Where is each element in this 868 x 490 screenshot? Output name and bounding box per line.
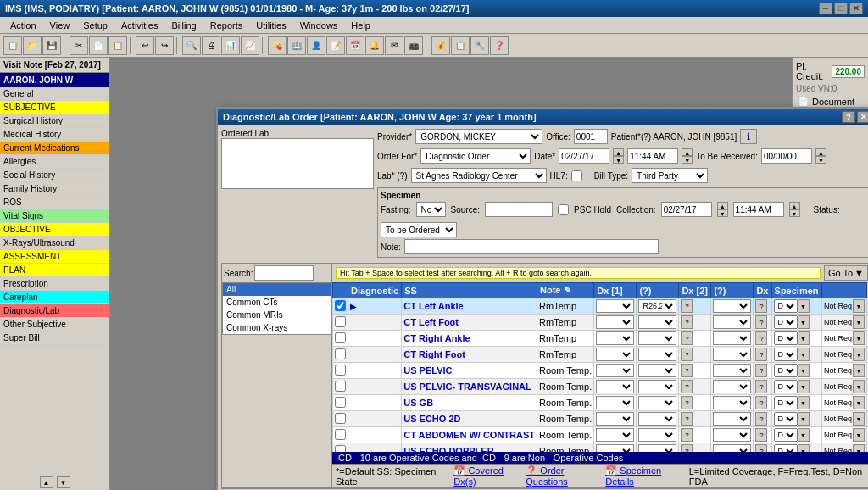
dx1-question-btn[interactable]: ?: [681, 396, 693, 409]
coll-time-down[interactable]: ▼: [789, 209, 800, 217]
row-checkbox[interactable]: [335, 413, 346, 424]
row-checkbox[interactable]: [335, 300, 346, 311]
tb-btn-4[interactable]: ✂: [70, 36, 88, 55]
coll-down[interactable]: ▼: [717, 209, 728, 217]
menu-windows[interactable]: Windows: [293, 19, 345, 32]
dx2-question-btn[interactable]: ?: [755, 428, 767, 442]
note-select[interactable]: [596, 299, 634, 313]
dx1-question-btn[interactable]: ?: [681, 331, 693, 345]
dx-btn[interactable]: ▼: [798, 364, 810, 377]
tb-btn-1[interactable]: 📋: [3, 36, 22, 55]
row-dx2-question[interactable]: ?: [754, 331, 771, 347]
tb-btn-19[interactable]: ✉: [385, 36, 403, 55]
tb-btn-14[interactable]: 🏥: [287, 36, 306, 55]
nav-current-medications[interactable]: Current Medications: [0, 142, 109, 155]
template-common-mris[interactable]: Common MRIs: [223, 309, 331, 321]
tb-btn-20[interactable]: 📠: [404, 36, 423, 55]
dx1-select[interactable]: [638, 331, 676, 345]
dx-btn[interactable]: ▼: [798, 412, 810, 426]
time-down[interactable]: ▼: [682, 156, 693, 164]
dx2-select[interactable]: [713, 348, 751, 361]
dx1-select[interactable]: [638, 428, 676, 442]
tb-btn-10[interactable]: 🖨: [202, 36, 220, 55]
dx-btn[interactable]: ▼: [798, 331, 810, 345]
dx1-question-btn[interactable]: ?: [681, 380, 693, 393]
menu-reports[interactable]: Reports: [203, 19, 250, 32]
row-dx2-question[interactable]: ?: [754, 298, 771, 315]
row-dx1-question[interactable]: ?: [679, 315, 711, 331]
dx-btn[interactable]: ▼: [798, 380, 810, 393]
minimize-button[interactable]: ─: [819, 3, 832, 14]
specimen-btn[interactable]: ▼: [853, 315, 865, 329]
row-dx1-question[interactable]: ?: [679, 363, 711, 379]
dx2-select[interactable]: [713, 331, 751, 345]
nav-social-history[interactable]: Social History: [0, 169, 109, 182]
dx1-question-btn[interactable]: ?: [681, 348, 693, 361]
nav-other-subjective[interactable]: Other Subjective: [0, 318, 109, 331]
row-checkbox[interactable]: [335, 348, 346, 359]
dx2-question-btn[interactable]: ?: [755, 348, 767, 361]
row-diagnostic-name[interactable]: US PELVIC: [402, 363, 537, 379]
row-diagnostic-name[interactable]: US ECHO DOPPLER: [402, 443, 537, 453]
dx2-question-btn[interactable]: ?: [755, 315, 767, 329]
dx-select[interactable]: D.: [774, 348, 798, 361]
dx1-question-btn[interactable]: ?: [681, 299, 693, 313]
tb-btn-2[interactable]: 📁: [23, 36, 42, 55]
diagnostic-link[interactable]: US ECHO DOPPLER: [403, 446, 493, 452]
dx1-question-btn[interactable]: ?: [681, 428, 693, 442]
menu-activities[interactable]: Activities: [114, 19, 164, 32]
dx-select[interactable]: D.: [774, 331, 798, 345]
row-dx2-question[interactable]: ?: [754, 347, 771, 363]
dx1-select[interactable]: [638, 396, 676, 409]
nav-diagnostic-lab[interactable]: Diagnostic/Lab: [0, 304, 109, 318]
dx1-question-btn[interactable]: ?: [681, 364, 693, 377]
row-dx1-question[interactable]: ?: [679, 443, 711, 453]
diagnostic-link[interactable]: US GB: [403, 398, 433, 408]
row-dx1-question[interactable]: ?: [679, 379, 711, 395]
nav-super-bill[interactable]: Super Bill: [0, 331, 109, 345]
template-common-cts[interactable]: Common CTs: [223, 296, 331, 309]
specimen-btn[interactable]: ▼: [853, 428, 865, 442]
dx2-select[interactable]: [713, 396, 751, 409]
goto-button[interactable]: Go To ▼: [824, 265, 868, 281]
dx2-select[interactable]: [713, 444, 751, 452]
sidebar-down-arrow[interactable]: ▼: [57, 476, 70, 488]
specimen-btn[interactable]: ▼: [853, 299, 865, 313]
row-dx1-question[interactable]: ?: [679, 331, 711, 347]
diagnostic-link[interactable]: US ECHO 2D: [403, 414, 460, 424]
dx1-select[interactable]: [638, 444, 676, 452]
row-checkbox[interactable]: [335, 381, 346, 392]
note-select[interactable]: [596, 428, 634, 442]
row-dx1-question[interactable]: ?: [679, 347, 711, 363]
diagnostic-link[interactable]: US PELVIC: [403, 365, 452, 376]
tb-btn-17[interactable]: 📅: [346, 36, 364, 55]
nav-prescription[interactable]: Prescription: [0, 277, 109, 291]
tb-btn-9[interactable]: 🔍: [182, 36, 201, 55]
dx1-select[interactable]: [638, 412, 676, 426]
specimen-btn[interactable]: ▼: [853, 396, 865, 409]
note-select[interactable]: [596, 348, 634, 361]
dx2-question-btn[interactable]: ?: [755, 299, 767, 313]
nav-subjective[interactable]: SUBJECTIVE: [0, 101, 109, 114]
dx-btn[interactable]: ▼: [798, 444, 810, 452]
tb-btn-22[interactable]: 📋: [451, 36, 470, 55]
menu-billing[interactable]: Billing: [164, 19, 203, 32]
nav-medical-history[interactable]: Medical History: [0, 128, 109, 142]
sidebar-up-arrow[interactable]: ▲: [40, 476, 53, 488]
bill-type-select[interactable]: Third Party: [632, 168, 708, 183]
dx1-question-btn[interactable]: ?: [681, 412, 693, 426]
recv-up[interactable]: ▲: [815, 148, 826, 156]
nav-objective[interactable]: OBJECTIVE: [0, 223, 109, 237]
row-dx2-question[interactable]: ?: [754, 379, 771, 395]
nav-allergies[interactable]: Allergies: [0, 155, 109, 169]
dx-select[interactable]: D.: [774, 396, 798, 409]
nav-plan[interactable]: PLAN: [0, 264, 109, 277]
menu-utilities[interactable]: Utilities: [249, 19, 292, 32]
dx1-select[interactable]: [638, 348, 676, 361]
dx-btn[interactable]: ▼: [798, 396, 810, 409]
dx-btn[interactable]: ▼: [798, 315, 810, 329]
dx2-select[interactable]: [713, 380, 751, 393]
nav-xrays[interactable]: X-Rays/Ultrasound: [0, 237, 109, 250]
note-select[interactable]: [596, 396, 634, 409]
tb-btn-5[interactable]: 📄: [89, 36, 108, 55]
